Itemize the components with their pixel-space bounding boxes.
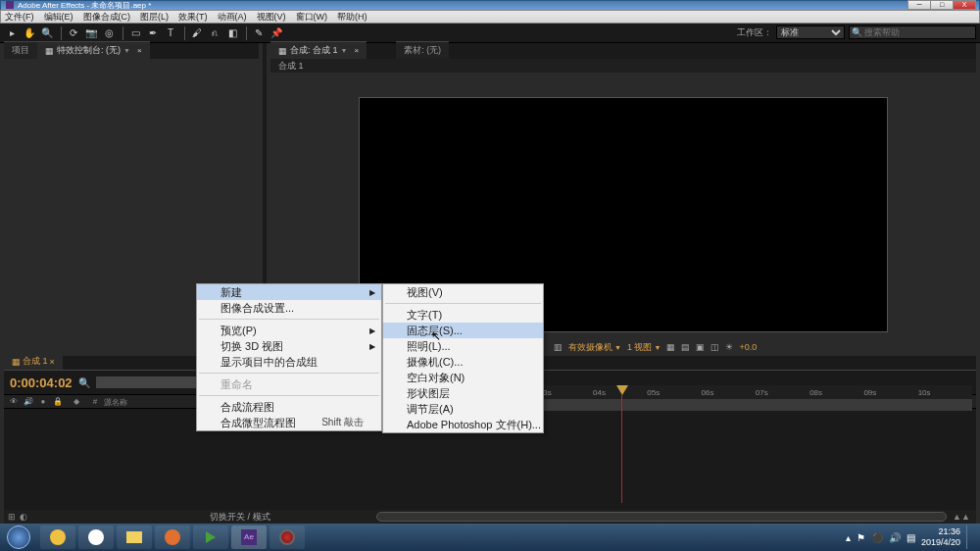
menu-view[interactable]: 视图(V): [257, 11, 286, 24]
workspace-select[interactable]: 标准: [776, 25, 845, 39]
selection-tool-icon[interactable]: ▸: [4, 25, 20, 41]
expand-icon[interactable]: ⊞: [8, 512, 16, 522]
zoom-tool-icon[interactable]: 🔍: [39, 25, 55, 41]
ctx-new-text[interactable]: 文字(T): [383, 307, 543, 323]
source-name-col[interactable]: 源名称: [104, 397, 182, 407]
pin-play-icon[interactable]: [193, 526, 228, 549]
label-col-icon[interactable]: ◆: [67, 397, 86, 407]
tray-up-icon[interactable]: ▴: [846, 532, 851, 543]
close-tab-icon[interactable]: ×: [50, 357, 55, 367]
exposure-value[interactable]: +0.0: [739, 342, 757, 352]
playhead-line: [621, 395, 622, 503]
mask-toggle-icon[interactable]: ▥: [554, 342, 563, 352]
pan-behind-tool-icon[interactable]: ◎: [101, 25, 117, 41]
ctx-new-null[interactable]: 空白对象(N): [383, 370, 543, 385]
ctx-flowchart[interactable]: 合成流程图: [197, 399, 381, 415]
current-timecode[interactable]: 0:00:04:02: [10, 376, 73, 390]
pixel-aspect-icon[interactable]: ▦: [666, 342, 675, 352]
switch-mode-toggle[interactable]: 切换开关 / 模式: [210, 511, 270, 524]
tray-network-icon[interactable]: ⚫: [871, 532, 883, 543]
taskbar-pinned: Ae: [40, 526, 305, 549]
ctx-comp-settings[interactable]: 图像合成设置...: [197, 300, 381, 316]
ctx-rename: 重命名: [197, 376, 381, 392]
close-tab-icon[interactable]: ×: [137, 46, 142, 55]
time-scrollbar[interactable]: [376, 512, 947, 522]
tray-flag-icon[interactable]: ⚑: [857, 532, 865, 543]
maximize-button[interactable]: □: [930, 0, 954, 10]
panel-doc-icon: ▦: [45, 46, 54, 56]
pin-qq-icon[interactable]: [78, 526, 114, 549]
menu-help[interactable]: 帮助(H): [337, 11, 368, 24]
pin-firefox-icon[interactable]: [155, 526, 190, 549]
reset-exposure-icon[interactable]: ☀: [725, 342, 733, 352]
ctx-new-solid[interactable]: 固态层(S)...: [383, 323, 543, 338]
pin-ie-icon[interactable]: [40, 526, 75, 549]
audio-col-icon[interactable]: 🔊: [23, 397, 34, 407]
pin-explorer-icon[interactable]: [117, 526, 152, 549]
video-col-icon[interactable]: 👁: [8, 397, 20, 407]
view-layout-select[interactable]: 1 视图▼: [627, 341, 661, 354]
context-menu-main: 新建▶ 图像合成设置... 预览(P)▶ 切换 3D 视图▶ 显示项目中的合成组…: [196, 283, 382, 431]
chevron-right-icon: ▶: [369, 288, 375, 297]
menu-file[interactable]: 文件(F): [5, 11, 34, 24]
rect-tool-icon[interactable]: ▭: [127, 25, 143, 41]
show-desktop-button[interactable]: [966, 526, 974, 549]
puppet-tool-icon[interactable]: 📌: [269, 25, 284, 41]
menu-layer[interactable]: 图层(L): [140, 11, 169, 24]
tab-project[interactable]: 项目: [4, 41, 37, 59]
ctx-new-camera[interactable]: 摄像机(C)...: [383, 354, 543, 370]
zoom-slider[interactable]: ▲▲: [953, 512, 972, 522]
close-tab-icon[interactable]: ×: [354, 46, 359, 55]
tab-effect-controls[interactable]: ▦特效控制台: (无)▼×: [37, 41, 150, 59]
workspace-switcher: 工作区： 标准 🔍: [737, 25, 976, 39]
menu-effect[interactable]: 效果(T): [178, 11, 208, 24]
timeline-tab-comp1[interactable]: ▦合成 1×: [4, 353, 63, 370]
ctx-new-light[interactable]: 照明(L)...: [383, 338, 543, 354]
ctx-sep: [199, 373, 379, 374]
menu-window[interactable]: 窗口(W): [296, 11, 328, 24]
help-search-input[interactable]: [864, 27, 972, 37]
ctx-switch-3d[interactable]: 切换 3D 视图▶: [197, 338, 381, 354]
comp-flow-icon[interactable]: ◫: [710, 342, 719, 352]
solo-col-icon[interactable]: ●: [37, 397, 49, 407]
ctx-new[interactable]: 新建▶: [197, 284, 381, 300]
rotate-tool-icon[interactable]: ⟳: [66, 25, 81, 41]
search-icon: 🔍: [852, 27, 862, 37]
clone-tool-icon[interactable]: ⎌: [207, 25, 222, 41]
pin-ae-icon[interactable]: Ae: [231, 526, 267, 549]
menu-edit[interactable]: 编辑(E): [44, 11, 74, 24]
ctx-new-viewer[interactable]: 视图(V): [383, 284, 543, 300]
ctx-new-shape[interactable]: 形状图层: [383, 385, 543, 401]
minimize-button[interactable]: ─: [907, 0, 931, 10]
camera-tool-icon[interactable]: 📷: [83, 25, 99, 41]
timeline-icon[interactable]: ▣: [696, 342, 705, 352]
eraser-tool-icon[interactable]: ◧: [224, 25, 240, 41]
tray-ime-icon[interactable]: ▤: [906, 532, 915, 543]
active-camera-select[interactable]: 有效摄像机▼: [568, 341, 621, 354]
ctx-new-photoshop[interactable]: Adobe Photoshop 文件(H)...: [383, 417, 543, 432]
lock-col-icon[interactable]: 🔒: [52, 397, 64, 407]
tray-clock[interactable]: 21:36 2019/4/20: [921, 526, 960, 548]
tab-footage[interactable]: 素材: (无): [396, 41, 449, 59]
roto-tool-icon[interactable]: ✎: [251, 25, 267, 41]
ctx-new-adjustment[interactable]: 调节层(A): [383, 401, 543, 417]
help-search[interactable]: 🔍: [849, 25, 976, 39]
pen-tool-icon[interactable]: ✒: [145, 25, 161, 41]
brush-tool-icon[interactable]: 🖌: [189, 25, 205, 41]
tab-composition[interactable]: ▦合成: 合成 1▼×: [270, 41, 367, 59]
menu-composition[interactable]: 图像合成(C): [83, 11, 131, 24]
ctx-mini-flowchart[interactable]: 合成微型流程图Shift 敲击: [197, 415, 381, 430]
close-button[interactable]: X: [953, 0, 976, 10]
menu-animation[interactable]: 动画(A): [218, 11, 247, 24]
hand-tool-icon[interactable]: ✋: [22, 25, 37, 41]
pin-record-icon[interactable]: [270, 526, 305, 549]
ctx-preview[interactable]: 预览(P)▶: [197, 323, 381, 338]
tray-volume-icon[interactable]: 🔊: [889, 532, 901, 543]
toggle-icon[interactable]: ◐: [20, 512, 27, 522]
start-button[interactable]: [0, 524, 37, 551]
fast-preview-icon[interactable]: ▤: [681, 342, 690, 352]
text-tool-icon[interactable]: T: [163, 25, 178, 41]
windows-orb-icon: [7, 526, 30, 549]
time-tick: 08s: [809, 388, 863, 397]
ctx-reveal-comp[interactable]: 显示项目中的合成组: [197, 354, 381, 370]
